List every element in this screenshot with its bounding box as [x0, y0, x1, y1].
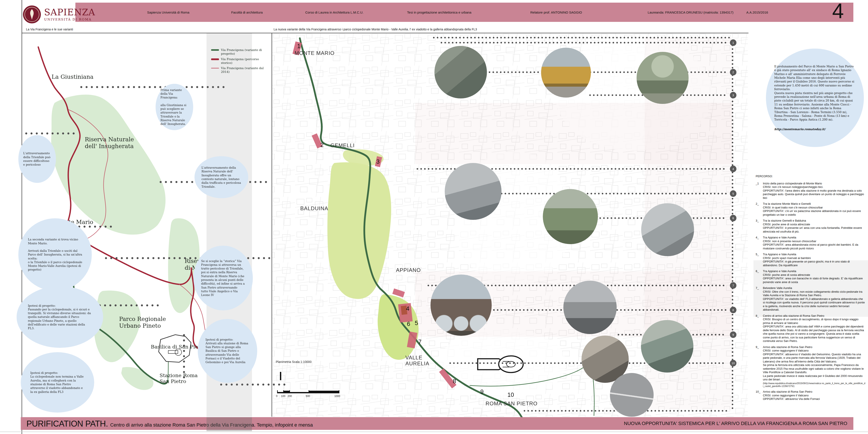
percorso-item-4: 4_ Tra Appiano e Vale Aurelia CRISI: non… — [756, 236, 865, 250]
bubble-seconda-variante: La seconda variante si trova vicino Mont… — [18, 218, 92, 291]
panel-divider-line — [272, 33, 272, 417]
percorso-item-9: 9_ Arrivo alla stazione di Roma San Piet… — [756, 345, 865, 388]
percorso-item-2: 2_ Tra la stazione Monte Mario e Gemelli… — [756, 202, 865, 216]
photo-palazzina-station — [541, 48, 591, 97]
percorso-item-8: 8_ Centro di arrivo alla stazione di Rom… — [756, 314, 865, 343]
footer-title-strong: PURIFICATION PATH. — [26, 419, 108, 429]
label-balduina: BALDUINA — [300, 206, 328, 211]
legend-swatch-red-thin — [211, 68, 219, 68]
intro-link[interactable]: http://montemario.romatoday.it/ — [774, 127, 856, 131]
route-number-1: 1 — [297, 43, 301, 50]
route-legend: Via Francigena (variante di progetto) Vi… — [211, 48, 268, 76]
scale-tick-200: 200 — [287, 395, 292, 398]
bubble-ipotesi-stazione: Ipotesi di progetto: La ciclopedonale no… — [21, 352, 94, 412]
label-valle-aurelia: VALLE AURELIA — [405, 355, 429, 367]
bubble-ipotesi-arrivo: Ipotesi di progetto: Arrivati alla stazi… — [198, 319, 257, 383]
photo-index-4: 4 — [730, 166, 737, 172]
header-field-thesis: Tesi in progettazione architettonica e u… — [407, 3, 471, 22]
percorso-item-7: 7_ Belvedere Valle Aurelia CRISI: Oltre … — [756, 286, 865, 312]
legend-swatch-red — [211, 58, 219, 60]
logo-wordmark: SAPIENZA UNIVERSITÀ DI ROMA — [44, 8, 95, 21]
percorso-item-3: 3_ Tra la stazione Gemelli e Balduina CR… — [756, 219, 865, 233]
photo-index-2: 2 — [730, 69, 737, 76]
header-field-supervisor: Relatore prof. ANTONINO SAGGIO — [530, 3, 582, 22]
header-field-course: Corso di Laurea in Architettura L.M.C.U. — [305, 3, 364, 22]
photo-index-3: 3 — [730, 92, 737, 98]
footer-right-text: NUOVA OPPORTUNITA' SISTEMICA PER L' ARRI… — [624, 417, 847, 430]
left-panel-title: La Via Francigena e le sue varianti — [26, 28, 73, 31]
photo-index-1: 1 — [730, 39, 737, 46]
label-basilica: Basilica di San Pietro — [151, 344, 206, 350]
bubble-storica: Se si sceglie la “storica” Via Francigen… — [193, 245, 253, 310]
label-appiano: APPIANO — [396, 267, 421, 273]
bubble-prima-variante: Prima variante della Via Francigena: all… — [156, 84, 193, 130]
photo-fountain-square — [641, 203, 694, 256]
sapienza-emblem-icon — [23, 5, 41, 24]
route-number-10: 10 — [507, 392, 514, 398]
photo-road-fornaci — [610, 373, 654, 417]
legend-item: Via Francigena (variante dal 2014) — [211, 66, 268, 74]
left-border-line — [22, 0, 22, 434]
logo-subtitle: UNIVERSITÀ DI ROMA — [44, 18, 95, 21]
legend-item: Via Francigena (variante di progetto) — [211, 48, 268, 56]
label-stazione: Stazione Roma San Pietro — [159, 373, 197, 384]
logo-title: SAPIENZA — [44, 8, 95, 17]
photo-valle-aurelia — [641, 320, 693, 373]
photo-index-9: 9 — [730, 331, 737, 338]
label-insugherata: Riserva Naturale dell' Insugherata — [85, 136, 134, 149]
scale-tick-1000: 1000 — [334, 395, 340, 398]
label-roma-san-pietro: ROMA SAN PIETRO — [486, 401, 537, 407]
thesis-board: .dots{stroke:#4f4f4f;stroke-width:9;stro… — [0, 0, 868, 434]
route-number-5: 5 — [415, 320, 418, 326]
header-field-student: Laureanda: FRANCESCA ORUNESU (matricola:… — [648, 3, 734, 22]
label-monte-mario-station: MONTE MARIO — [294, 50, 335, 56]
footer-bar: PURIFICATION PATH. Centro di arrivo alla… — [21, 417, 854, 430]
bubble-ipotesi-ciclopedonale: Ipotesi di progetto: Passando per la cic… — [17, 286, 103, 348]
photo-park-path — [637, 52, 689, 104]
percorso-item-10: 10_ Arrivo alla stazione di Roma San Pie… — [756, 390, 865, 401]
photo-index-10: 10 — [730, 360, 737, 367]
university-logo: SAPIENZA UNIVERSITÀ DI ROMA — [23, 5, 95, 24]
route-number-9: 9 — [480, 388, 484, 395]
map-graphics: .dots{stroke:#4f4f4f;stroke-width:9;stro… — [0, 0, 868, 434]
scale-label: Planimetria Scala 1:10000 — [276, 360, 311, 364]
photo-index-6: 6 — [730, 215, 737, 221]
title-underline — [22, 33, 748, 33]
legend-item: Via Francigena (percorso storico) — [211, 57, 268, 65]
route-number-3: 3 — [376, 158, 380, 165]
header-field-year: A.A.2015/2016 — [746, 3, 768, 22]
route-number-2: 2 — [320, 142, 323, 148]
photo-station-platform — [445, 163, 501, 220]
header-field-university: Sapienza Università di Roma — [147, 3, 189, 22]
footer-gray-strip — [207, 417, 252, 431]
legend-swatch-green — [211, 49, 219, 51]
page-number: 4 — [832, 0, 844, 22]
photo-aerial-parking — [434, 46, 487, 98]
percorso-list: PERCORSO: _1 Inizio della parco cicloped… — [756, 175, 865, 403]
photo-index-5: 5 — [730, 190, 737, 197]
intro-text: Il prolunamento del Parco di Monte Mario… — [774, 65, 854, 121]
photo-index-8: 8 — [730, 307, 737, 313]
route-number-6: 6 — [407, 321, 410, 327]
percorso-item-9-link[interactable]: (http://www.repubblica.it/vaticano/2015/… — [763, 382, 865, 388]
bubble-trionfale: L'attraversamento della Trionfale può es… — [18, 135, 56, 183]
legend-label: Via Francigena (variante dal 2014) — [221, 66, 268, 74]
percorso-item-6: 6_ Tra Appiano e Vale Aurelia CRISI: poc… — [756, 269, 865, 284]
photo-index-7: 7 — [730, 282, 737, 289]
middle-panel-title: La nuova variante della Via Francigena a… — [274, 28, 477, 31]
bubble-insugherata: L'attraversamento della Riserva Naturale… — [194, 156, 248, 198]
photo-green-area — [543, 189, 598, 244]
scale-tick-500: 500 — [306, 395, 310, 398]
header-field-faculty: Facoltà di architettura — [231, 3, 263, 22]
percorso-item-1: _1 Inizio della parco ciclopedonale di M… — [756, 182, 865, 200]
percorso-title: PERCORSO: — [756, 175, 865, 178]
photo-street-cars — [563, 281, 617, 334]
label-la-giustiniana: La Giustiniana — [52, 74, 94, 80]
photo-viaduct-arches — [431, 274, 492, 336]
label-gemelli: GEMELLI — [331, 143, 355, 148]
route-number-7: 7 — [418, 339, 422, 345]
legend-label: Via Francigena (percorso storico) — [221, 57, 268, 65]
percorso-item-5: 5_ Tra Appiano e Vale Aurelia CRISI: poc… — [756, 253, 865, 267]
scale-tick-100: 100 — [281, 395, 285, 398]
route-number-8: 8 — [453, 378, 456, 385]
